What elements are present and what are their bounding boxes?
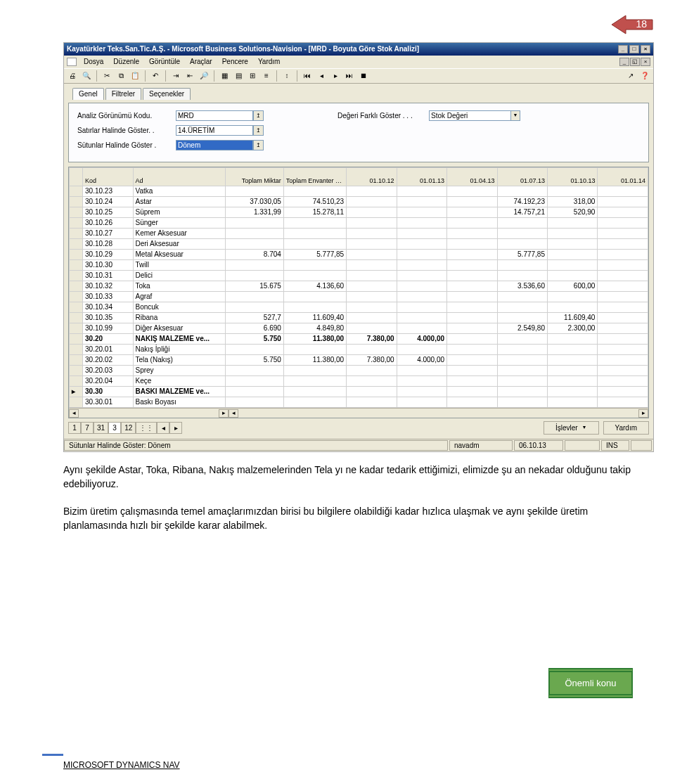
cell-value[interactable] (347, 250, 397, 260)
period-nav-button[interactable]: ⋮⋮ (136, 422, 157, 434)
cell-kod[interactable]: 30.10.26 (83, 218, 133, 229)
cell-ad[interactable]: Baskı Boyası (133, 397, 225, 408)
table-row[interactable]: 30.10.23Vatka (70, 186, 648, 197)
undo-icon[interactable]: ↶ (150, 70, 161, 82)
row-marker[interactable] (70, 229, 83, 239)
analiz-kod-input[interactable]: MRD (176, 110, 253, 121)
table-row[interactable]: 30.10.24Astar37.030,0574.510,2374.192,23… (70, 197, 648, 207)
mdi-document-icon[interactable] (67, 58, 77, 66)
cell-value[interactable]: 8.704 (225, 250, 283, 260)
cell-value[interactable] (397, 229, 446, 239)
cell-value[interactable]: 527,7 (225, 313, 283, 323)
column-header[interactable]: Ad (133, 168, 225, 186)
row-marker[interactable] (70, 334, 83, 345)
mdi-close-button[interactable]: × (641, 58, 650, 66)
cell-value[interactable] (447, 345, 497, 355)
cell-ad[interactable]: Twill (133, 260, 225, 271)
cell-value[interactable] (598, 239, 648, 250)
cell-value[interactable] (447, 271, 497, 281)
close-button[interactable]: × (641, 45, 650, 53)
cell-value[interactable]: 5.750 (225, 355, 283, 366)
sort-icon[interactable]: ↕ (281, 70, 292, 82)
cell-value[interactable] (225, 292, 283, 302)
cell-value[interactable] (225, 376, 283, 387)
cell-value[interactable] (598, 376, 648, 387)
horizontal-scrollbar[interactable]: ◂ ▸ ◂ ▸ (69, 408, 648, 418)
row-marker[interactable] (70, 313, 83, 323)
cell-value[interactable] (225, 260, 283, 271)
cell-value[interactable] (598, 250, 648, 260)
cell-value[interactable] (225, 366, 283, 376)
cell-value[interactable] (497, 302, 547, 313)
cell-value[interactable] (347, 313, 397, 323)
menu-goruntule[interactable]: Görüntüle (145, 57, 184, 67)
cell-value[interactable] (497, 397, 547, 408)
row-header-corner[interactable] (70, 168, 83, 186)
cell-value[interactable] (347, 186, 397, 197)
table-row[interactable]: ▸30.30BASKI MALZEME ve... (70, 387, 648, 397)
cell-value[interactable] (598, 345, 648, 355)
cell-ad[interactable]: Diğer Aksesuar (133, 323, 225, 334)
cell-value[interactable] (547, 397, 597, 408)
cut-icon[interactable]: ✂ (101, 70, 112, 82)
cell-value[interactable] (397, 376, 446, 387)
print-icon[interactable]: 🖨 (67, 70, 78, 82)
table-row[interactable]: 30.20NAKIŞ MALZEME ve...5.75011.380,007.… (70, 334, 648, 345)
cell-value[interactable] (547, 260, 597, 271)
table-row[interactable]: 30.10.31Delici (70, 271, 648, 281)
cell-ad[interactable]: Keçe (133, 376, 225, 387)
cell-ad[interactable]: Tela (Nakış) (133, 355, 225, 366)
row-marker[interactable] (70, 366, 83, 376)
cell-value[interactable] (447, 313, 497, 323)
cell-kod[interactable]: 30.10.27 (83, 229, 133, 239)
cell-value[interactable]: 4.000,00 (397, 355, 446, 366)
table-row[interactable]: 30.10.30Twill (70, 260, 648, 271)
next-icon[interactable]: ▸ (330, 70, 341, 82)
period-nav-button[interactable]: ▸ (169, 422, 182, 434)
cell-value[interactable] (598, 229, 648, 239)
cell-value[interactable] (447, 397, 497, 408)
cell-value[interactable] (547, 239, 597, 250)
cell-value[interactable] (547, 334, 597, 345)
cell-value[interactable]: 520,90 (547, 207, 597, 218)
sutunlar-input[interactable]: Dönem (176, 140, 253, 150)
cell-value[interactable] (497, 334, 547, 345)
window-titlebar[interactable]: Kayatürkler Teks.San.Tic.A.Ş. - Microsof… (64, 43, 653, 56)
cell-value[interactable] (547, 302, 597, 313)
cell-value[interactable] (598, 197, 648, 207)
cell-value[interactable] (347, 239, 397, 250)
cell-value[interactable] (598, 313, 648, 323)
tab-secenekler[interactable]: Seçenekler (143, 88, 191, 100)
column-header[interactable]: 01.01.14 (598, 168, 648, 186)
cell-value[interactable] (598, 271, 648, 281)
column-header[interactable]: Toplam Miktar (225, 168, 283, 186)
cell-value[interactable] (347, 292, 397, 302)
table-row[interactable]: 30.20.04Keçe (70, 376, 648, 387)
cell-kod[interactable]: 30.10.31 (83, 271, 133, 281)
cell-value[interactable]: 11.609,40 (283, 313, 346, 323)
cell-kod[interactable]: 30.10.30 (83, 260, 133, 271)
cell-ad[interactable]: Boncuk (133, 302, 225, 313)
table-row[interactable]: 30.30.01Baskı Boyası (70, 397, 648, 408)
cell-value[interactable]: 3.536,60 (497, 281, 547, 292)
menu-araclar[interactable]: Araçlar (186, 57, 217, 67)
cell-ad[interactable]: Nakış İpliği (133, 345, 225, 355)
table-row[interactable]: 30.10.25Süprem1.331,9915.278,1114.757,21… (70, 207, 648, 218)
satirlar-lookup[interactable]: ↥ (253, 125, 264, 136)
cell-value[interactable] (347, 218, 397, 229)
cell-kod[interactable]: 30.20 (83, 334, 133, 345)
table-row[interactable]: 30.20.01Nakış İpliği (70, 345, 648, 355)
cell-value[interactable] (547, 292, 597, 302)
cell-value[interactable] (225, 218, 283, 229)
tab-genel[interactable]: Genel (72, 88, 104, 100)
column-header[interactable]: 01.04.13 (447, 168, 497, 186)
row-marker[interactable] (70, 281, 83, 292)
cell-value[interactable] (497, 186, 547, 197)
cell-ad[interactable]: Ribana (133, 313, 225, 323)
cell-value[interactable]: 2.300,00 (547, 323, 597, 334)
cell-value[interactable]: 5.777,85 (283, 250, 346, 260)
cell-value[interactable]: 4.849,80 (283, 323, 346, 334)
cell-value[interactable] (347, 323, 397, 334)
cell-value[interactable] (347, 397, 397, 408)
cell-value[interactable]: 74.510,23 (283, 197, 346, 207)
